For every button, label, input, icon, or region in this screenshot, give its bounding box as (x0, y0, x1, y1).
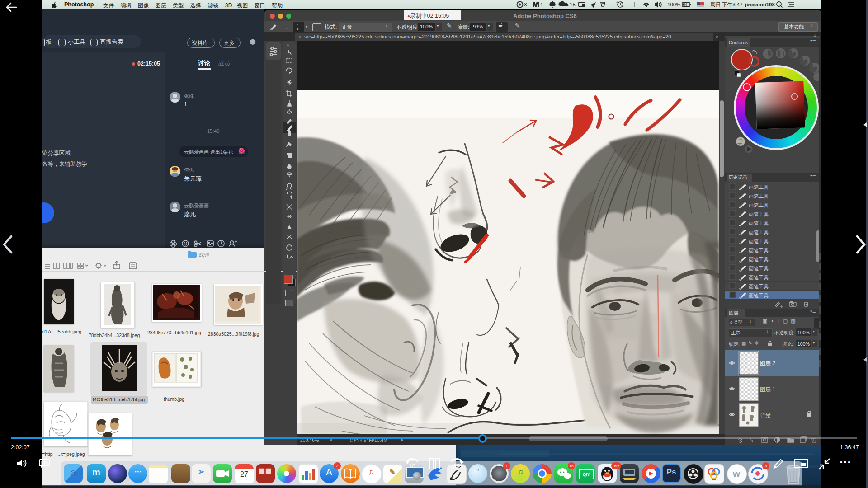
svg-text:30: 30 (453, 463, 460, 469)
svg-text:画笔工具: 画笔工具 (749, 184, 769, 190)
svg-text:图层 1: 图层 1 (760, 386, 775, 393)
svg-text:背景: 背景 (760, 412, 771, 418)
svg-text:图层 2: 图层 2 (760, 360, 775, 366)
svg-text:周日 下午3:47: 周日 下午3:47 (710, 2, 743, 7)
svg-text:10: 10 (409, 463, 415, 469)
svg-text:1: 1 (540, 2, 543, 7)
svg-text:3: 3 (524, 2, 527, 7)
svg-text:100%: 100% (667, 2, 680, 7)
svg-text:15: 15 (570, 2, 576, 7)
svg-text:jinxiaodi198: jinxiaodi198 (745, 2, 775, 7)
